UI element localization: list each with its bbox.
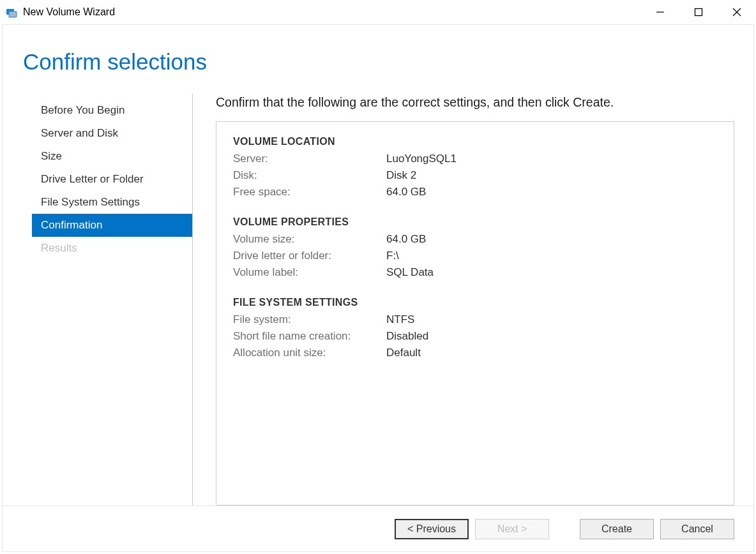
titlebar-left: New Volume Wizard [5, 6, 115, 19]
row-file-system: File system: NTFS [233, 313, 717, 326]
window-controls [641, 0, 756, 24]
confirmation-details: VOLUME LOCATION Server: LuoYongSQL1 Disk… [216, 121, 734, 505]
row-short-file-name: Short file name creation: Disabled [233, 330, 717, 343]
value-disk: Disk 2 [386, 169, 416, 182]
row-drive-letter: Drive letter or folder: F:\ [233, 250, 717, 262]
label-server: Server: [233, 153, 386, 165]
row-free-space: Free space: 64.0 GB [233, 186, 717, 198]
label-disk: Disk: [233, 169, 386, 182]
wizard-steps-sidebar: Before You Begin Server and Disk Size Dr… [32, 94, 193, 505]
app-icon [5, 6, 18, 19]
step-before-you-begin[interactable]: Before You Begin [32, 99, 192, 122]
close-button[interactable] [718, 0, 756, 24]
minimize-button[interactable] [641, 0, 679, 24]
step-file-system-settings[interactable]: File System Settings [32, 191, 192, 214]
label-free-space: Free space: [233, 186, 386, 198]
maximize-button[interactable] [679, 0, 718, 24]
row-volume-size: Volume size: 64.0 GB [233, 233, 717, 246]
row-allocation-unit: Allocation unit size: Default [233, 347, 717, 359]
label-file-system: File system: [233, 313, 386, 326]
step-server-and-disk[interactable]: Server and Disk [32, 122, 192, 145]
value-allocation-unit: Default [386, 347, 421, 359]
label-drive-letter: Drive letter or folder: [233, 250, 386, 262]
window-body: Confirm selections Before You Begin Serv… [2, 24, 754, 552]
previous-button[interactable]: < Previous [395, 519, 469, 539]
label-allocation-unit: Allocation unit size: [233, 347, 386, 359]
value-volume-size: 64.0 GB [386, 233, 426, 246]
step-size[interactable]: Size [32, 145, 192, 168]
svg-rect-3 [695, 8, 702, 15]
instruction-text: Confirm that the following are the corre… [216, 95, 734, 110]
label-volume-size: Volume size: [233, 233, 386, 246]
value-free-space: 64.0 GB [386, 186, 426, 198]
section-volume-location-header: VOLUME LOCATION [233, 136, 717, 147]
label-volume-label: Volume label: [233, 266, 386, 279]
step-confirmation[interactable]: Confirmation [32, 214, 192, 237]
main-area: Confirm that the following are the corre… [193, 94, 734, 505]
titlebar: New Volume Wizard [0, 0, 756, 24]
wizard-footer: < Previous Next > Create Cancel [3, 505, 753, 551]
value-short-file-name: Disabled [386, 330, 428, 343]
window-title: New Volume Wizard [23, 6, 115, 18]
row-volume-label: Volume label: SQL Data [233, 266, 717, 279]
content-row: Before You Begin Server and Disk Size Dr… [3, 94, 753, 505]
next-button: Next > [475, 519, 549, 539]
cancel-button[interactable]: Cancel [660, 519, 734, 539]
create-button[interactable]: Create [580, 519, 654, 539]
step-drive-letter-or-folder[interactable]: Drive Letter or Folder [32, 168, 192, 191]
value-volume-label: SQL Data [386, 266, 434, 279]
section-file-system-header: FILE SYSTEM SETTINGS [233, 297, 717, 308]
value-drive-letter: F:\ [386, 250, 399, 262]
row-server: Server: LuoYongSQL1 [233, 153, 717, 165]
step-results: Results [32, 237, 192, 260]
value-file-system: NTFS [386, 313, 414, 326]
label-short-file-name: Short file name creation: [233, 330, 386, 343]
value-server: LuoYongSQL1 [386, 153, 457, 165]
svg-rect-1 [9, 11, 17, 17]
row-disk: Disk: Disk 2 [233, 169, 717, 182]
section-volume-properties-header: VOLUME PROPERTIES [233, 216, 717, 228]
page-title: Confirm selections [3, 25, 753, 94]
